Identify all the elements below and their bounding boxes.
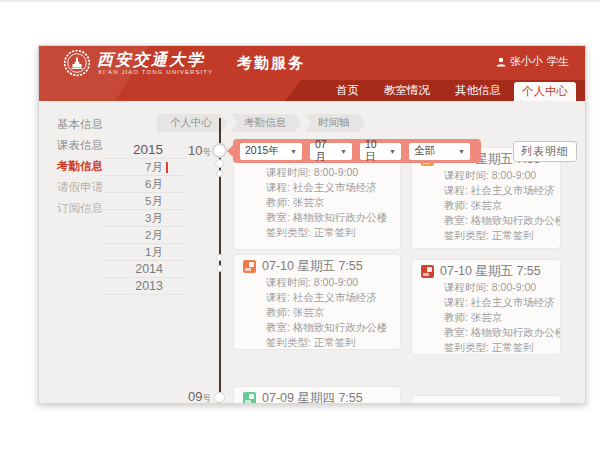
university-name-en: XI'AN JIAO TONG UNIVERSITY xyxy=(98,69,213,75)
breadcrumb-timeline[interactable]: 时间轴 xyxy=(305,114,366,132)
chevron-down-icon: ▼ xyxy=(290,148,297,155)
user-role: 学生 xyxy=(547,54,569,69)
nav-item-other-info[interactable]: 其他信息 xyxy=(455,83,501,98)
attendance-status-icon xyxy=(243,260,256,273)
attendance-card: 07-10 星期五 7:55 课程时间: 8:00-9:00 课程: 社会主义市… xyxy=(411,259,561,355)
card-row: 教师: 张芸京 xyxy=(266,305,391,320)
card-row: 课程: 社会主义市场经济 xyxy=(266,180,391,195)
active-month-marker xyxy=(166,162,169,173)
person-icon xyxy=(496,57,506,67)
chevron-down-icon: ▼ xyxy=(389,148,396,155)
sidebar-item-basic-info[interactable]: 基本信息 xyxy=(39,114,151,135)
timeline-nav-month-5[interactable]: 5月 xyxy=(101,193,187,210)
timeline-node xyxy=(216,170,223,177)
card-row: 签到类型: 正常签到 xyxy=(266,335,391,350)
card-row: 教师: 张芸京 xyxy=(444,198,551,213)
page-top-divider xyxy=(0,0,600,2)
card-row: 签到类型: 正常签到 xyxy=(444,228,551,243)
timeline-node xyxy=(216,254,223,261)
attendance-status-icon xyxy=(243,392,256,405)
nav-item-home[interactable]: 首页 xyxy=(336,83,359,98)
attendance-card: 07-10 星期五 7:55 课程时间: 8:00-9:00 课程: 社会主义市… xyxy=(233,254,401,350)
card-title: 07-09 星期四 7:55 xyxy=(262,390,363,405)
timeline-day-label-09: 09号 xyxy=(169,389,211,404)
user-name: 张小小 xyxy=(510,54,543,69)
timeline-node xyxy=(212,143,227,158)
card-row: 教师: 张芸京 xyxy=(266,195,391,210)
card-row: 教室: 格物致知行政办公楼 xyxy=(266,210,391,225)
card-row: 教室: 格物致知行政办公楼 xyxy=(444,213,551,228)
attendance-card xyxy=(411,395,561,404)
timeline-nav-month-1[interactable]: 1月 xyxy=(101,244,187,261)
timeline-nav-year-2013[interactable]: 2013 xyxy=(101,278,187,295)
month-select[interactable]: 07月 ▼ xyxy=(310,143,352,160)
year-select[interactable]: 2015年 ▼ xyxy=(240,143,302,160)
card-row: 课程时间: 8:00-9:00 xyxy=(444,168,551,183)
card-row: 课程时间: 8:00-9:00 xyxy=(266,165,391,180)
card-row: 课程时间: 8:00-9:00 xyxy=(444,280,551,295)
card-row: 课程: 社会主义市场经济 xyxy=(444,183,551,198)
card-title: 07-10 星期五 7:55 xyxy=(440,263,541,280)
timeline-nav-month-6[interactable]: 6月 xyxy=(101,176,187,193)
nav-item-classrooms[interactable]: 教室情况 xyxy=(384,83,430,98)
card-row: 课程: 社会主义市场经济 xyxy=(266,290,391,305)
card-title: 07-10 星期五 7:55 xyxy=(262,258,363,275)
user-account[interactable]: 张小小 学生 xyxy=(496,54,569,69)
card-notch xyxy=(233,395,234,404)
university-logo-icon xyxy=(63,49,91,77)
attendance-status-icon xyxy=(421,265,434,278)
filter-bar: 2015年 ▼ 07月 ▼ 10日 ▼ 全部 ▼ xyxy=(233,139,481,163)
card-row: 课程: 社会主义市场经济 xyxy=(444,295,551,310)
top-nav: 首页 教室情况 其他信息 xyxy=(39,80,585,101)
card-row: 课程时间: 8:00-9:00 xyxy=(266,275,391,290)
nav-tab-personal-center[interactable]: 个人中心 xyxy=(514,82,576,101)
app-header: 西安交通大学 XI'AN JIAO TONG UNIVERSITY 考勤服务 张… xyxy=(39,46,585,101)
list-detail-button[interactable]: 列表明细 xyxy=(513,141,577,162)
app-title: 考勤服务 xyxy=(237,54,305,73)
breadcrumb: 个人中心 考勤信息 时间轴 xyxy=(157,114,369,132)
card-row: 教室: 格物致知行政办公楼 xyxy=(444,325,551,340)
timeline-date-nav: 2015 7月 6月 5月 3月 2月 1月 2014 2013 xyxy=(101,141,187,295)
timeline-nav-year-2014[interactable]: 2014 xyxy=(101,261,187,278)
attendance-card: 07-09 星期四 7:55 xyxy=(233,386,401,404)
card-row: 签到类型: 正常签到 xyxy=(444,340,551,355)
timeline-day-label-10: 10号 xyxy=(169,143,211,159)
chevron-down-icon: ▼ xyxy=(458,148,465,155)
timeline-nav-month-2[interactable]: 2月 xyxy=(101,227,187,244)
breadcrumb-personal-center[interactable]: 个人中心 xyxy=(157,114,228,132)
timeline-nav-month-7[interactable]: 7月 xyxy=(101,159,187,176)
chevron-down-icon: ▼ xyxy=(340,148,347,155)
screenshot-root: 西安交通大学 XI'AN JIAO TONG UNIVERSITY 考勤服务 张… xyxy=(0,0,600,450)
card-row: 签到类型: 正常签到 xyxy=(266,225,391,240)
card-row: 教师: 张芸京 xyxy=(444,310,551,325)
timeline-node xyxy=(215,159,224,168)
breadcrumb-attendance-info[interactable]: 考勤信息 xyxy=(231,114,302,132)
card-row: 教室: 格物致知行政办公楼 xyxy=(266,320,391,335)
card-notch xyxy=(233,263,234,275)
timeline-node xyxy=(214,392,225,403)
type-select[interactable]: 全部 ▼ xyxy=(409,143,470,160)
timeline-node xyxy=(216,265,223,272)
university-name-cn: 西安交通大学 xyxy=(97,50,205,71)
attendance-app-window: 西安交通大学 XI'AN JIAO TONG UNIVERSITY 考勤服务 张… xyxy=(38,45,586,404)
timeline-nav-month-3[interactable]: 3月 xyxy=(101,210,187,227)
day-select[interactable]: 10日 ▼ xyxy=(360,143,401,160)
